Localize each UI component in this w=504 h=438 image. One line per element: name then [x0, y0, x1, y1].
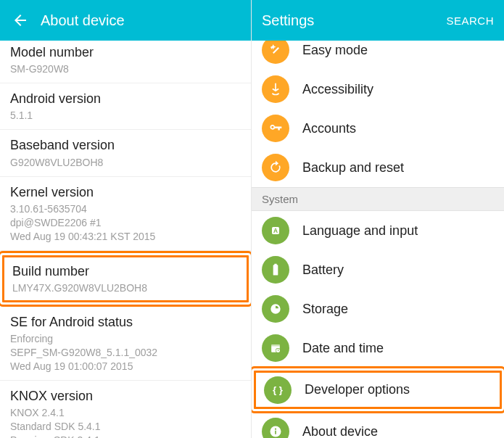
system-section-header: System: [252, 187, 504, 211]
settings-list[interactable]: Easy mode Accessibility Accounts Backup …: [252, 41, 504, 438]
svg-point-8: [275, 429, 276, 430]
hand-icon: [262, 75, 289, 103]
info-title: KNOX version: [10, 387, 241, 405]
info-title: Android version: [10, 90, 241, 107]
language-icon: A: [262, 217, 289, 244]
storage-icon: [262, 295, 289, 323]
info-baseband-version[interactable]: Baseband version G920W8VLU2BOH8: [0, 130, 251, 176]
setting-battery[interactable]: Battery: [252, 250, 504, 289]
setting-easy-mode[interactable]: Easy mode: [252, 41, 504, 70]
info-kernel-version[interactable]: Kernel version 3.10.61-5635704 dpi@SWDE2…: [0, 177, 251, 251]
braces-icon: { }: [264, 376, 292, 404]
setting-language-input[interactable]: A Language and input: [252, 211, 504, 250]
back-button[interactable]: [10, 10, 30, 30]
info-sub: LMY47X.G920W8VLU2BOH8: [12, 281, 239, 295]
info-model-number[interactable]: Model number SM-G920W8: [0, 41, 251, 83]
setting-label: Accessibility: [302, 82, 373, 97]
info-title: SE for Android status: [10, 313, 241, 331]
info-title: Build number: [12, 263, 239, 280]
about-appbar: About device: [0, 0, 251, 41]
svg-text:A: A: [273, 227, 278, 234]
arrow-left-icon: [12, 12, 29, 29]
info-knox-version[interactable]: KNOX version KNOX 2.4.1 Standard SDK 5.4…: [0, 381, 251, 438]
info-android-version[interactable]: Android version 5.1.1: [0, 83, 251, 130]
info-sub: G920W8VLU2BOH8: [10, 156, 241, 170]
settings-appbar: Settings SEARCH: [252, 0, 504, 41]
setting-accounts[interactable]: Accounts: [252, 109, 504, 148]
info-sub: Enforcing SEPF_SM-G920W8_5.1.1_0032 Wed …: [10, 332, 241, 373]
info-title: Baseband version: [10, 136, 241, 154]
svg-rect-3: [271, 344, 280, 347]
backup-icon: [262, 154, 289, 181]
setting-label: Battery: [302, 263, 344, 278]
setting-developer-options[interactable]: { } Developer options: [256, 373, 500, 407]
setting-storage[interactable]: Storage: [252, 289, 504, 328]
setting-label: Language and input: [302, 223, 418, 239]
setting-label: About device: [302, 424, 378, 439]
info-sub: 5.1.1: [10, 109, 241, 123]
setting-label: Date and time: [302, 341, 384, 356]
setting-backup-reset[interactable]: Backup and reset: [252, 148, 504, 187]
key-icon: [262, 115, 289, 142]
info-se-android-status[interactable]: SE for Android status Enforcing SEPF_SM-…: [0, 307, 251, 381]
wand-icon: [262, 41, 289, 64]
search-button[interactable]: SEARCH: [446, 15, 494, 27]
setting-label: Backup and reset: [302, 160, 404, 175]
info-title: Model number: [10, 44, 241, 61]
setting-about-device[interactable]: About device: [252, 412, 504, 438]
highlight-developer-options: { } Developer options: [254, 371, 502, 409]
battery-icon: [262, 256, 289, 284]
setting-label: Accounts: [302, 121, 356, 136]
setting-label: Easy mode: [302, 43, 368, 58]
settings-title: Settings: [262, 12, 446, 29]
info-title: Kernel version: [10, 183, 241, 201]
calendar-icon: [262, 334, 289, 362]
about-device-panel: About device Model number SM-G920W8 Andr…: [0, 0, 252, 438]
svg-rect-9: [275, 431, 276, 434]
info-sub: SM-G920W8: [10, 62, 241, 76]
setting-accessibility[interactable]: Accessibility: [252, 70, 504, 109]
setting-label: Developer options: [305, 382, 410, 397]
settings-panel: Settings SEARCH Easy mode Accessibility …: [252, 0, 504, 438]
info-build-number[interactable]: Build number LMY47X.G920W8VLU2BOH8: [4, 257, 247, 300]
about-list[interactable]: Model number SM-G920W8 Android version 5…: [0, 41, 251, 438]
about-title: About device: [41, 12, 241, 29]
info-sub: KNOX 2.4.1 Standard SDK 5.4.1 Premium SD…: [10, 406, 241, 438]
setting-date-time[interactable]: Date and time: [252, 328, 504, 368]
setting-label: Storage: [302, 302, 348, 317]
highlight-build-number: Build number LMY47X.G920W8VLU2BOH8: [2, 255, 249, 302]
info-sub: 3.10.61-5635704 dpi@SWDE2206 #1 Wed Aug …: [10, 202, 241, 244]
svg-text:{ }: { }: [273, 384, 283, 395]
info-icon: [262, 418, 289, 438]
